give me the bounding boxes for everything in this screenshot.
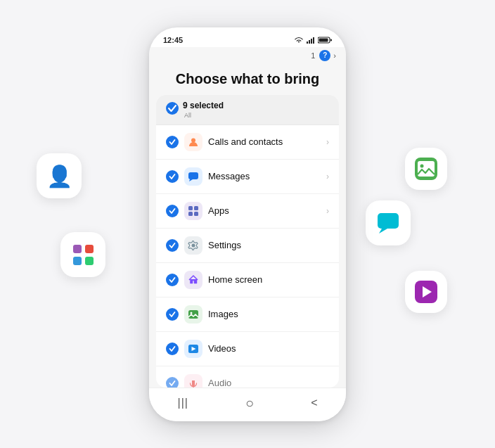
top-badge: 1 ? › [149, 47, 346, 61]
check-videos [166, 343, 179, 355]
svg-point-16 [191, 138, 195, 142]
audio-icon [188, 378, 198, 388]
list-item-videos[interactable]: Videos [156, 332, 339, 366]
floating-person-icon: 👤 [37, 153, 82, 198]
screen-title: Choose what to bring [149, 61, 346, 95]
svg-rect-14 [330, 39, 332, 41]
item-label-videos: Videos [208, 343, 329, 354]
list-item-home[interactable]: Home screen [156, 263, 339, 297]
nav-recent-icon[interactable]: ||| [178, 397, 188, 409]
svg-rect-20 [188, 310, 198, 319]
icon-apps [184, 202, 202, 220]
badge-question[interactable]: ? [319, 50, 330, 61]
chevron-apps: › [326, 206, 329, 216]
svg-rect-1 [418, 161, 435, 177]
selected-row[interactable]: 9 selected All [156, 95, 339, 125]
status-icons [294, 37, 332, 44]
svg-marker-18 [189, 179, 193, 181]
svg-rect-17 [188, 172, 198, 179]
icon-audio [184, 374, 202, 388]
item-label-images: Images [208, 309, 329, 319]
nav-home-icon[interactable]: ○ [245, 395, 254, 411]
item-label-audio: Audio [208, 378, 329, 388]
list-item-settings[interactable]: Settings [156, 229, 339, 263]
icon-settings [184, 236, 202, 255]
list-item-images[interactable]: Images [156, 297, 339, 332]
badge-arrow: › [333, 51, 336, 60]
icon-videos [184, 340, 202, 358]
icon-images [184, 305, 202, 324]
chevron-calls: › [326, 137, 329, 147]
icon-messages [184, 167, 202, 186]
floating-message-icon [366, 200, 411, 245]
floating-image-icon [405, 148, 447, 190]
phone-frame: 12:45 1 ? › [149, 27, 346, 421]
check-audio [166, 377, 179, 388]
svg-point-2 [420, 165, 424, 168]
svg-rect-11 [313, 37, 314, 44]
item-label-calls: Calls and contacts [208, 136, 326, 147]
status-bar: 12:45 [149, 27, 346, 47]
signal-icon [307, 37, 315, 44]
check-home [166, 274, 179, 286]
list-item-calls[interactable]: Calls and contacts › [156, 125, 339, 160]
check-settings [166, 239, 179, 252]
list-item-messages[interactable]: Messages › [156, 160, 339, 194]
svg-rect-13 [319, 38, 328, 41]
list-item-audio[interactable]: Audio [156, 366, 339, 388]
all-check-icon [166, 102, 179, 115]
list-item-apps[interactable]: Apps › [156, 194, 339, 229]
svg-rect-9 [309, 40, 310, 44]
video-icon [188, 344, 199, 354]
icon-calls [184, 133, 202, 151]
person-silhouette-icon: 👤 [46, 164, 72, 188]
check-calls [166, 136, 179, 148]
apps-mini-icon [188, 206, 198, 216]
person-icon [188, 136, 199, 148]
image-icon [415, 158, 437, 180]
floating-video-icon [405, 271, 447, 313]
gear-icon [188, 240, 199, 251]
svg-rect-4 [378, 213, 399, 229]
check-apps [166, 205, 179, 217]
badge-number: 1 [311, 51, 315, 60]
svg-rect-8 [307, 41, 308, 44]
check-images [166, 308, 179, 321]
screen-content: 1 ? › Choose what to bring 9 selected Al… [149, 47, 346, 388]
chevron-messages: › [326, 172, 329, 181]
wifi-icon [294, 37, 304, 44]
status-time: 12:45 [163, 36, 183, 44]
nav-back-icon[interactable]: < [311, 397, 317, 409]
selected-count: 9 selected [183, 101, 224, 110]
check-messages [166, 170, 179, 183]
chat-icon [188, 172, 199, 181]
message-bubble-icon [375, 210, 401, 236]
svg-point-19 [192, 243, 195, 247]
items-list: 9 selected All Calls and contacts › [156, 95, 339, 388]
item-label-home: Home screen [208, 274, 329, 285]
home-icon [188, 274, 199, 286]
video-play-icon [415, 281, 437, 303]
item-label-messages: Messages [208, 171, 326, 181]
svg-point-15 [166, 102, 179, 115]
item-label-apps: Apps [208, 205, 326, 216]
svg-rect-10 [311, 39, 312, 44]
image-small-icon [188, 309, 199, 319]
battery-icon [318, 37, 332, 44]
apps-grid-icon [73, 245, 94, 265]
item-label-settings: Settings [208, 240, 329, 250]
icon-home [184, 271, 202, 289]
floating-apps-icon [60, 232, 105, 277]
svg-point-21 [191, 312, 193, 314]
all-label: All [184, 112, 224, 119]
nav-bar: ||| ○ < [149, 388, 346, 421]
